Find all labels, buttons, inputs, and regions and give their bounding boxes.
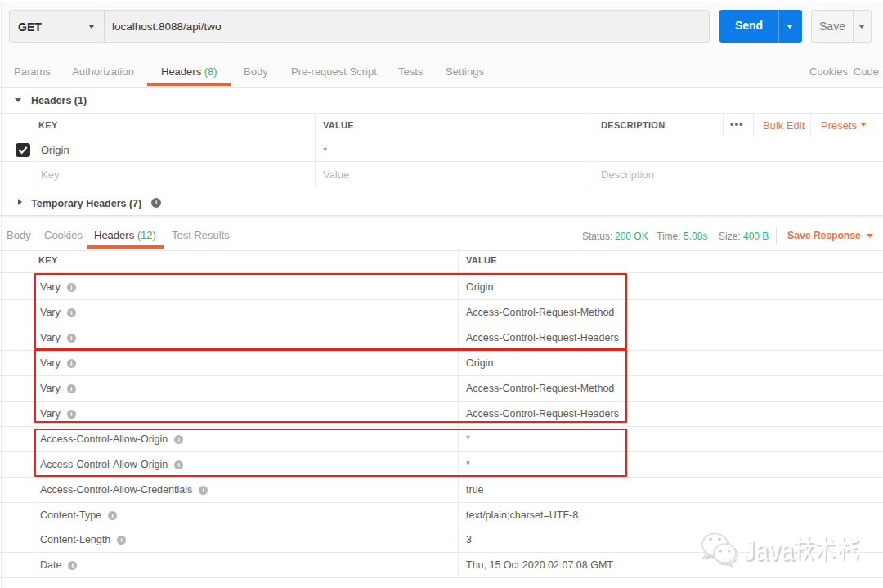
svg-text:Java: Java: [743, 533, 795, 566]
